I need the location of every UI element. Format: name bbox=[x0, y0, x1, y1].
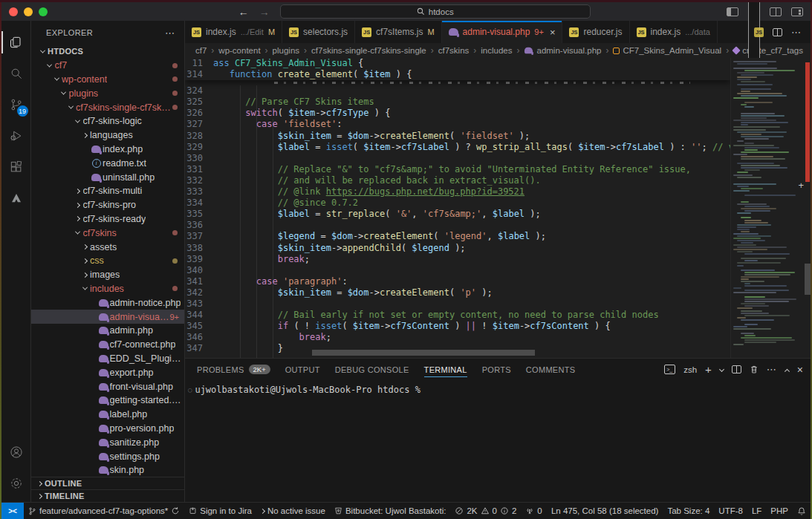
split-terminal-icon[interactable] bbox=[732, 365, 741, 373]
explorer-more-actions-icon[interactable]: ⋯ bbox=[165, 27, 175, 39]
breadcrumb-item[interactable]: wp-content bbox=[218, 46, 260, 55]
breadcrumb-item[interactable]: cf7skins bbox=[438, 46, 470, 55]
kill-terminal-icon[interactable] bbox=[750, 365, 759, 374]
tree-item-export-php[interactable]: export.php bbox=[31, 365, 184, 379]
editor-more-actions-icon[interactable]: ⋯ bbox=[791, 27, 802, 38]
tree-item-cf7-skins-logic[interactable]: cf7-skins-logic bbox=[31, 114, 184, 128]
bitbucket-item[interactable]: Bitbucket: Ujwol Bastakoti: bbox=[330, 503, 451, 519]
ports-item[interactable]: 0 bbox=[521, 503, 546, 519]
terminal[interactable]: ○ ujwolbastakoti@Ujwols-MacBook-Pro htdo… bbox=[185, 380, 811, 502]
tree-item-uninstall-php[interactable]: uninstall.php bbox=[31, 170, 184, 184]
tree-item-css[interactable]: css bbox=[31, 254, 184, 268]
tree-item-includes[interactable]: includes bbox=[31, 282, 184, 296]
accounts-icon[interactable] bbox=[1, 437, 31, 468]
tree-item-wp-content[interactable]: wp-content bbox=[31, 73, 184, 87]
tree-item-skin-php[interactable]: skin.php bbox=[31, 463, 184, 477]
tree-item-admin-notice-php[interactable]: admin-notice.php bbox=[31, 296, 184, 310]
close-tab-icon[interactable]: × bbox=[550, 27, 556, 38]
editor-tab[interactable]: JSindex.js.../data bbox=[630, 21, 718, 43]
cursor-position-item[interactable]: Ln 475, Col 58 (18 selected) bbox=[547, 503, 663, 519]
tree-item-cf7skins[interactable]: cf7skins bbox=[31, 226, 184, 240]
tree-item-sanitize-php[interactable]: sanitize.php bbox=[31, 435, 184, 449]
extensions-icon[interactable] bbox=[1, 151, 31, 183]
navigate-forward-icon[interactable]: → bbox=[259, 6, 270, 18]
new-terminal-icon[interactable]: + bbox=[705, 363, 712, 376]
code-editor[interactable]: 11ass CF7_Skins_Admin_Visual {314 functi… bbox=[185, 58, 730, 358]
terminal-dropdown-icon[interactable] bbox=[719, 367, 724, 372]
panel-tab-terminal[interactable]: TERMINAL bbox=[424, 359, 467, 380]
editor-tab[interactable]: JScf7sItems.jsM bbox=[355, 21, 442, 43]
tree-item-edd-sl-plugin-updater-[interactable]: EDD_SL_Plugin_Updater... bbox=[31, 352, 184, 366]
encoding-item[interactable]: UTF-8 bbox=[714, 503, 747, 519]
jira-signin-item[interactable]: Sign in to Jira bbox=[184, 503, 256, 519]
tree-item-pro-version-php[interactable]: pro-version.php bbox=[31, 422, 184, 436]
tree-item-htdocs[interactable]: HTDOCS bbox=[31, 45, 184, 59]
tree-item-cf7-skins-multi[interactable]: cf7-skins-multi bbox=[31, 184, 184, 198]
editor-tab[interactable]: JSselectors.js bbox=[282, 21, 355, 43]
remote-indicator[interactable]: >< bbox=[1, 503, 24, 519]
toggle-secondary-sidebar-icon[interactable] bbox=[770, 7, 782, 16]
language-mode-item[interactable]: PHP bbox=[766, 503, 793, 519]
panel-tab-comments[interactable]: COMMENTS bbox=[526, 359, 576, 380]
tree-item-getting-started-php[interactable]: getting-started.php bbox=[31, 394, 184, 408]
zoom-window-button[interactable] bbox=[39, 7, 48, 16]
tree-item-cf7skins-single-cf7skin-[interactable]: cf7skins-single-cf7skin... bbox=[31, 100, 184, 114]
source-control-icon[interactable]: 19 bbox=[1, 89, 31, 120]
outline-section[interactable]: OUTLINE bbox=[31, 477, 184, 489]
horizontal-scrollbar[interactable] bbox=[312, 350, 535, 356]
tree-item-images[interactable]: images bbox=[31, 268, 184, 282]
editor-tab[interactable]: JSreducer.js bbox=[562, 21, 629, 43]
atlassian-icon[interactable] bbox=[1, 183, 31, 214]
eol-item[interactable]: LF bbox=[747, 503, 766, 519]
tree-item-admin-php[interactable]: admin.php bbox=[31, 324, 184, 338]
vertical-scrollbar[interactable] bbox=[805, 264, 811, 295]
editor-tab[interactable]: admin-visual.php9+× bbox=[442, 21, 563, 43]
panel-tab-ports[interactable]: PORTS bbox=[482, 359, 511, 380]
active-issue-item[interactable]: No active issue bbox=[256, 503, 330, 519]
timeline-section[interactable]: TIMELINE bbox=[31, 489, 184, 502]
customize-layout-icon[interactable] bbox=[791, 7, 803, 16]
tree-item-settings-php[interactable]: settings.php bbox=[31, 449, 184, 463]
panel-tab-debug-console[interactable]: DEBUG CONSOLE bbox=[335, 359, 409, 380]
breadcrumb-item[interactable]: cf7 bbox=[195, 46, 207, 55]
explorer-icon[interactable] bbox=[1, 27, 31, 58]
tree-item-cf7-skins-ready[interactable]: cf7-skins-ready bbox=[31, 212, 184, 226]
navigate-back-icon[interactable]: ← bbox=[238, 6, 249, 18]
close-panel-icon[interactable]: × bbox=[797, 364, 803, 376]
close-window-button[interactable] bbox=[9, 7, 18, 16]
breadcrumb-item[interactable]: includes bbox=[481, 46, 512, 55]
breadcrumb-item[interactable]: plugins bbox=[273, 46, 299, 55]
search-icon[interactable] bbox=[1, 58, 31, 89]
notifications-item[interactable] bbox=[793, 503, 811, 519]
editor-tab[interactable]: JSindex.js.../EditM bbox=[185, 21, 282, 43]
tab-size-item[interactable]: Tab Size: 4 bbox=[663, 503, 714, 519]
tree-item-cf7[interactable]: cf7 bbox=[31, 59, 184, 73]
run-debug-icon[interactable] bbox=[1, 120, 31, 151]
maximize-panel-icon[interactable] bbox=[785, 369, 790, 374]
git-branch-item[interactable]: feature/advanced-cf7-tag-options* bbox=[24, 503, 184, 519]
panel-tab-output[interactable]: OUTPUT bbox=[285, 359, 320, 380]
command-center-search[interactable]: htdocs bbox=[280, 4, 591, 19]
panel-tab-problems[interactable]: PROBLEMS2K+ bbox=[197, 359, 270, 380]
minimap[interactable]: + bbox=[730, 58, 805, 358]
tree-item-admin-visual-php[interactable]: admin-visual.php9+ bbox=[31, 310, 184, 324]
tree-item-assets[interactable]: assets bbox=[31, 240, 184, 254]
tree-item-label-php[interactable]: label.php bbox=[31, 408, 184, 422]
tree-item-index-php[interactable]: index.php bbox=[31, 143, 184, 157]
settings-gear-icon[interactable] bbox=[1, 468, 31, 499]
minimize-window-button[interactable] bbox=[24, 7, 33, 16]
tree-item-front-visual-php[interactable]: front-visual.php bbox=[31, 379, 184, 394]
breadcrumb-item[interactable]: cf7skins-single-cf7skins-single bbox=[311, 46, 426, 55]
toggle-primary-sidebar-icon[interactable] bbox=[727, 7, 738, 16]
split-editor-icon[interactable] bbox=[773, 28, 782, 36]
tree-item-readme-txt[interactable]: ireadme.txt bbox=[31, 156, 184, 170]
tree-item-cf7-skins-pro[interactable]: cf7-skins-pro bbox=[31, 198, 184, 212]
breadcrumb-item[interactable]: create_cf7_tags bbox=[733, 46, 803, 55]
problems-item[interactable]: 2K 0 2 bbox=[450, 503, 521, 519]
breadcrumb-item[interactable]: admin-visual.php bbox=[524, 46, 601, 55]
panel-more-actions-icon[interactable]: ⋯ bbox=[767, 364, 777, 375]
breadcrumb-item[interactable]: CF7_Skins_Admin_Visual bbox=[613, 46, 721, 55]
tree-item-plugins[interactable]: plugins bbox=[31, 86, 184, 100]
tree-item-cf7-connect-php[interactable]: cf7-connect.php bbox=[31, 338, 184, 352]
tree-item-languages[interactable]: languages bbox=[31, 128, 184, 143]
